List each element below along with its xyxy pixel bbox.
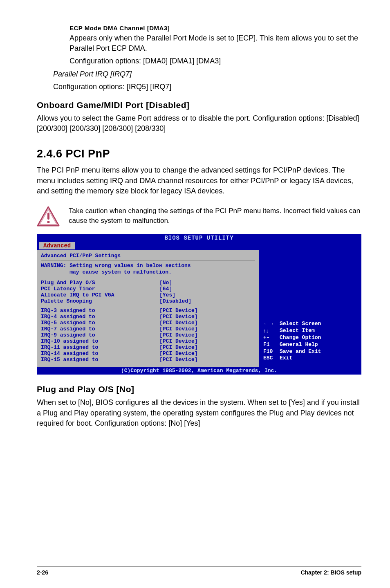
bios-setting-row[interactable]: IRQ-3 assigned to[PCI Device] xyxy=(41,307,255,314)
warning-triangle-icon xyxy=(37,206,60,227)
bios-help-line: ←→Select Screen xyxy=(263,321,357,328)
ecp-body-2: Configuration options: [DMA0] [DMA1] [DM… xyxy=(69,56,361,66)
bios-setting-row[interactable]: IRQ-9 assigned to[PCI Device] xyxy=(41,332,255,338)
bios-help-line: ESCExit xyxy=(263,355,357,362)
bios-setup-window: BIOS SETUP UTILITY Advanced Advanced PCI… xyxy=(37,234,361,375)
bios-help-line: +-Change Option xyxy=(263,334,357,341)
bios-left-panel: Advanced PCI/PnP Settings WARNING: Setti… xyxy=(37,250,259,367)
svg-rect-2 xyxy=(47,213,49,220)
parallel-port-irq-body: Configuration options: [IRQ5] [IRQ7] xyxy=(53,82,361,92)
bios-copyright-footer: (C)Copyright 1985-2002, American Megatre… xyxy=(37,367,361,375)
bios-help-panel: ←→Select Screen ↑↓Select Item +-Change O… xyxy=(259,250,361,367)
onboard-game-midi-heading: Onboard Game/MIDI Port [Disabled] xyxy=(37,100,361,110)
caution-note: Take caution when changing the settings … xyxy=(37,206,361,227)
bios-warning: WARNING: Setting wrong values in below s… xyxy=(41,263,255,276)
svg-point-3 xyxy=(47,221,50,223)
bios-setting-row[interactable]: IRQ-15 assigned to[PCI Device] xyxy=(41,357,255,363)
plug-and-play-body: When set to [No], BIOS configures all th… xyxy=(37,397,361,429)
caution-text: Take caution when changing the settings … xyxy=(69,206,361,226)
page-footer: 2-26 Chapter 2: BIOS setup xyxy=(37,566,361,576)
bios-tab-advanced[interactable]: Advanced xyxy=(39,242,75,249)
bios-setting-row[interactable]: Allocate IRQ to PCI VGA[Yes] xyxy=(41,292,255,298)
bios-setting-row[interactable]: IRQ-5 assigned to[PCI Device] xyxy=(41,320,255,326)
parallel-port-irq-heading: Parallel Port IRQ [IRQ7] xyxy=(53,69,361,79)
ecp-body-1: Appears only when the Parallel Port Mode… xyxy=(69,33,361,54)
chapter-label: Chapter 2: BIOS setup xyxy=(300,569,361,576)
bios-panel-heading: Advanced PCI/PnP Settings xyxy=(41,253,255,261)
bios-setting-row[interactable]: IRQ-10 assigned to[PCI Device] xyxy=(41,338,255,344)
bios-help-line: ↑↓Select Item xyxy=(263,328,357,334)
bios-help-line: F1General Help xyxy=(263,341,357,348)
bios-setting-row[interactable]: IRQ-7 assigned to[PCI Device] xyxy=(41,326,255,332)
bios-settings-group-2: IRQ-3 assigned to[PCI Device] IRQ-4 assi… xyxy=(41,307,255,363)
bios-setting-row[interactable]: PCI Latency Timer[64] xyxy=(41,286,255,292)
bios-setting-row[interactable]: Palette Snooping[Disabled] xyxy=(41,298,255,304)
bios-setting-row[interactable]: IRQ-11 assigned to[PCI Device] xyxy=(41,344,255,350)
page-number: 2-26 xyxy=(37,569,48,576)
bios-setting-row[interactable]: IRQ-14 assigned to[PCI Device] xyxy=(41,350,255,357)
bios-help-line: F10Save and Exit xyxy=(263,348,357,355)
bios-setting-row[interactable]: Plug And Play O/S[No] xyxy=(41,280,255,286)
pci-pnp-body: The PCI PnP menu items allow you to chan… xyxy=(37,165,361,196)
onboard-game-midi-body: Allows you to select the Game Port addre… xyxy=(37,113,361,134)
bios-settings-group-1: Plug And Play O/S[No] PCI Latency Timer[… xyxy=(41,280,255,304)
bios-title: BIOS SETUP UTILITY xyxy=(37,234,361,242)
ecp-heading: ECP Mode DMA Channel [DMA3] xyxy=(69,25,361,31)
bios-setting-row[interactable]: IRQ-4 assigned to[PCI Device] xyxy=(41,314,255,320)
plug-and-play-heading: Plug and Play O/S [No] xyxy=(37,384,361,394)
pci-pnp-heading: 2.4.6 PCI PnP xyxy=(37,148,361,160)
